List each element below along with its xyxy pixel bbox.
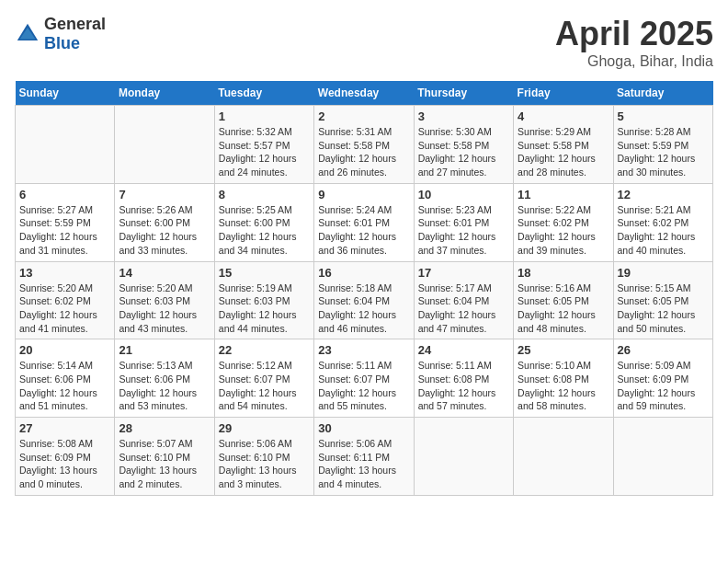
calendar-cell: 12Sunrise: 5:21 AMSunset: 6:02 PMDayligh… (613, 183, 712, 261)
weekday-header: Monday (115, 81, 214, 106)
weekday-header: Friday (514, 81, 613, 106)
calendar-cell: 6Sunrise: 5:27 AMSunset: 5:59 PMDaylight… (16, 183, 115, 261)
day-number: 17 (418, 266, 509, 280)
title-block: April 2025 Ghoga, Bihar, India (555, 15, 713, 70)
calendar-cell: 22Sunrise: 5:12 AMSunset: 6:07 PMDayligh… (214, 339, 313, 418)
weekday-header: Thursday (414, 81, 513, 106)
calendar-cell: 3Sunrise: 5:30 AMSunset: 5:58 PMDaylight… (414, 106, 513, 184)
day-number: 27 (19, 421, 110, 435)
calendar-body: 1Sunrise: 5:32 AMSunset: 5:57 PMDaylight… (16, 106, 713, 496)
day-info: Sunrise: 5:23 AMSunset: 6:01 PMDaylight:… (418, 203, 509, 258)
logo-icon (15, 21, 40, 47)
calendar-cell: 11Sunrise: 5:22 AMSunset: 6:02 PMDayligh… (514, 183, 613, 261)
day-number: 11 (518, 188, 609, 201)
weekday-header: Sunday (16, 81, 115, 106)
day-number: 7 (119, 188, 210, 201)
day-number: 28 (119, 421, 210, 435)
day-number: 15 (219, 266, 310, 280)
calendar-cell: 25Sunrise: 5:10 AMSunset: 6:08 PMDayligh… (514, 339, 613, 418)
calendar-header: SundayMondayTuesdayWednesdayThursdayFrid… (16, 81, 713, 106)
calendar-cell: 9Sunrise: 5:24 AMSunset: 6:01 PMDaylight… (314, 183, 414, 261)
day-info: Sunrise: 5:19 AMSunset: 6:03 PMDaylight:… (219, 282, 310, 336)
day-info: Sunrise: 5:11 AMSunset: 6:08 PMDaylight:… (418, 359, 509, 413)
calendar-cell: 20Sunrise: 5:14 AMSunset: 6:06 PMDayligh… (16, 339, 115, 418)
calendar-cell (514, 418, 613, 496)
calendar-table: SundayMondayTuesdayWednesdayThursdayFrid… (15, 81, 713, 496)
day-number: 22 (219, 343, 310, 357)
logo: General Blue (15, 15, 106, 53)
day-number: 16 (318, 266, 409, 280)
location-subtitle: Ghoga, Bihar, India (555, 53, 713, 70)
calendar-cell: 21Sunrise: 5:13 AMSunset: 6:06 PMDayligh… (115, 339, 214, 418)
calendar-cell (16, 106, 115, 184)
calendar-cell: 17Sunrise: 5:17 AMSunset: 6:04 PMDayligh… (414, 261, 513, 339)
calendar-week-row: 6Sunrise: 5:27 AMSunset: 5:59 PMDaylight… (16, 183, 713, 261)
day-number: 30 (318, 421, 409, 435)
calendar-cell: 14Sunrise: 5:20 AMSunset: 6:03 PMDayligh… (115, 261, 214, 339)
day-info: Sunrise: 5:06 AMSunset: 6:11 PMDaylight:… (318, 437, 409, 491)
day-number: 25 (518, 343, 609, 357)
calendar-cell: 23Sunrise: 5:11 AMSunset: 6:07 PMDayligh… (314, 339, 414, 418)
calendar-cell: 26Sunrise: 5:09 AMSunset: 6:09 PMDayligh… (613, 339, 712, 418)
day-info: Sunrise: 5:16 AMSunset: 6:05 PMDaylight:… (518, 282, 609, 336)
day-number: 6 (19, 188, 110, 201)
day-info: Sunrise: 5:28 AMSunset: 5:59 PMDaylight:… (618, 125, 709, 179)
day-number: 8 (219, 188, 310, 201)
calendar-cell: 18Sunrise: 5:16 AMSunset: 6:05 PMDayligh… (514, 261, 613, 339)
day-info: Sunrise: 5:11 AMSunset: 6:07 PMDaylight:… (318, 359, 409, 413)
calendar-cell: 16Sunrise: 5:18 AMSunset: 6:04 PMDayligh… (314, 261, 414, 339)
calendar-cell: 2Sunrise: 5:31 AMSunset: 5:58 PMDaylight… (314, 106, 414, 184)
day-number: 1 (219, 109, 310, 123)
calendar-week-row: 13Sunrise: 5:20 AMSunset: 6:02 PMDayligh… (16, 261, 713, 339)
logo-general: General (44, 15, 106, 33)
day-info: Sunrise: 5:07 AMSunset: 6:10 PMDaylight:… (119, 437, 210, 491)
calendar-cell (613, 418, 712, 496)
day-info: Sunrise: 5:24 AMSunset: 6:01 PMDaylight:… (318, 203, 409, 258)
day-info: Sunrise: 5:29 AMSunset: 5:58 PMDaylight:… (518, 125, 609, 179)
calendar-cell: 7Sunrise: 5:26 AMSunset: 6:00 PMDaylight… (115, 183, 214, 261)
calendar-cell: 1Sunrise: 5:32 AMSunset: 5:57 PMDaylight… (214, 106, 313, 184)
day-number: 5 (618, 109, 709, 123)
day-number: 19 (618, 266, 709, 280)
day-number: 21 (119, 343, 210, 357)
calendar-cell: 10Sunrise: 5:23 AMSunset: 6:01 PMDayligh… (414, 183, 513, 261)
day-number: 2 (318, 109, 409, 123)
day-number: 24 (418, 343, 509, 357)
day-info: Sunrise: 5:32 AMSunset: 5:57 PMDaylight:… (219, 125, 310, 179)
day-number: 10 (418, 188, 509, 201)
calendar-cell: 13Sunrise: 5:20 AMSunset: 6:02 PMDayligh… (16, 261, 115, 339)
day-info: Sunrise: 5:22 AMSunset: 6:02 PMDaylight:… (518, 203, 609, 258)
calendar-cell: 15Sunrise: 5:19 AMSunset: 6:03 PMDayligh… (214, 261, 313, 339)
day-info: Sunrise: 5:09 AMSunset: 6:09 PMDaylight:… (618, 359, 709, 413)
day-info: Sunrise: 5:12 AMSunset: 6:07 PMDaylight:… (219, 359, 310, 413)
day-info: Sunrise: 5:21 AMSunset: 6:02 PMDaylight:… (618, 203, 709, 258)
day-number: 20 (19, 343, 110, 357)
weekday-header: Saturday (613, 81, 712, 106)
day-info: Sunrise: 5:14 AMSunset: 6:06 PMDaylight:… (19, 359, 110, 413)
calendar-cell: 8Sunrise: 5:25 AMSunset: 6:00 PMDaylight… (214, 183, 313, 261)
day-info: Sunrise: 5:06 AMSunset: 6:10 PMDaylight:… (219, 437, 310, 491)
day-number: 18 (518, 266, 609, 280)
day-number: 13 (19, 266, 110, 280)
calendar-cell: 28Sunrise: 5:07 AMSunset: 6:10 PMDayligh… (115, 418, 214, 496)
logo-blue: Blue (44, 34, 80, 52)
day-info: Sunrise: 5:18 AMSunset: 6:04 PMDaylight:… (318, 282, 409, 336)
day-info: Sunrise: 5:27 AMSunset: 5:59 PMDaylight:… (19, 203, 110, 258)
month-title: April 2025 (555, 15, 713, 53)
logo-text: General Blue (44, 15, 106, 53)
calendar-week-row: 1Sunrise: 5:32 AMSunset: 5:57 PMDaylight… (16, 106, 713, 184)
calendar-cell: 4Sunrise: 5:29 AMSunset: 5:58 PMDaylight… (514, 106, 613, 184)
weekday-header: Wednesday (314, 81, 414, 106)
calendar-cell: 5Sunrise: 5:28 AMSunset: 5:59 PMDaylight… (613, 106, 712, 184)
calendar-cell: 29Sunrise: 5:06 AMSunset: 6:10 PMDayligh… (214, 418, 313, 496)
day-number: 29 (219, 421, 310, 435)
page-header: General Blue April 2025 Ghoga, Bihar, In… (15, 15, 713, 70)
calendar-cell: 19Sunrise: 5:15 AMSunset: 6:05 PMDayligh… (613, 261, 712, 339)
calendar-cell (115, 106, 214, 184)
day-info: Sunrise: 5:30 AMSunset: 5:58 PMDaylight:… (418, 125, 509, 179)
calendar-cell: 24Sunrise: 5:11 AMSunset: 6:08 PMDayligh… (414, 339, 513, 418)
day-info: Sunrise: 5:17 AMSunset: 6:04 PMDaylight:… (418, 282, 509, 336)
day-info: Sunrise: 5:25 AMSunset: 6:00 PMDaylight:… (219, 203, 310, 258)
calendar-cell: 27Sunrise: 5:08 AMSunset: 6:09 PMDayligh… (16, 418, 115, 496)
day-number: 12 (618, 188, 709, 201)
